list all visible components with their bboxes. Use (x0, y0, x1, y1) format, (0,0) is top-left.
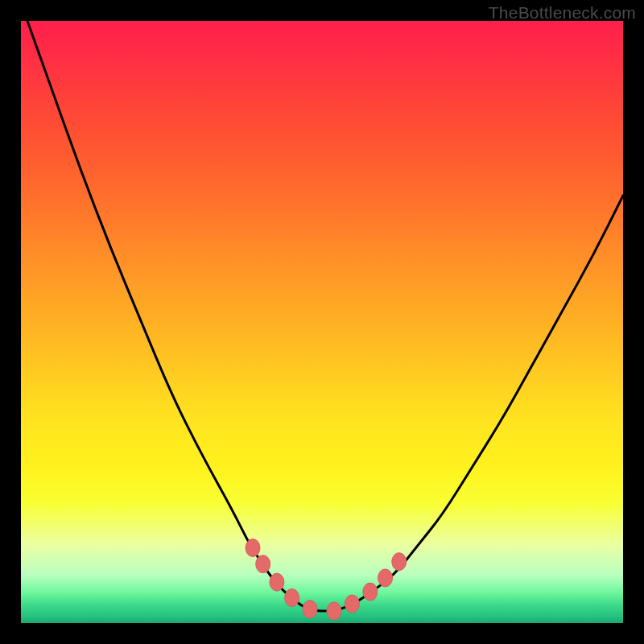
highlight-markers (246, 539, 407, 621)
highlight-marker (327, 602, 341, 620)
highlight-marker (363, 583, 378, 601)
highlight-marker (378, 569, 393, 587)
value-curve-path (21, 3, 623, 611)
highlight-marker (345, 595, 359, 613)
highlight-marker (285, 589, 299, 607)
highlight-marker (246, 539, 260, 557)
value-curve (21, 3, 623, 611)
highlight-marker (303, 601, 317, 618)
chart-svg (21, 21, 623, 623)
chart-frame: TheBottleneck.com (0, 0, 644, 644)
highlight-marker (392, 553, 407, 571)
plot-area (21, 21, 623, 623)
highlight-marker (256, 555, 270, 573)
watermark-text: TheBottleneck.com (489, 3, 636, 23)
highlight-marker (270, 573, 284, 591)
